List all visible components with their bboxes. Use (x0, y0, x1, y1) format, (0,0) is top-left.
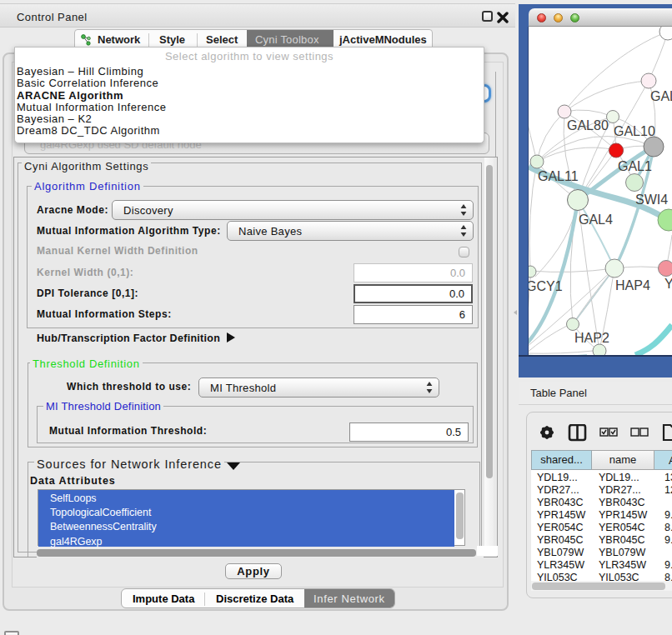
svg-text:Y: Y (664, 277, 672, 291)
svg-text:GAL11: GAL11 (538, 169, 579, 183)
svg-text:GCY1: GCY1 (529, 279, 563, 293)
svg-text:GAL80: GAL80 (567, 118, 609, 132)
svg-text:GAL10: GAL10 (614, 124, 655, 138)
svg-text:SWI4: SWI4 (635, 192, 668, 207)
svg-text:HAP2: HAP2 (574, 331, 609, 345)
svg-text:GAL4: GAL4 (579, 212, 613, 227)
svg-text:GAL: GAL (650, 89, 672, 103)
svg-text:GAL1: GAL1 (618, 159, 652, 173)
svg-text:HAP4: HAP4 (615, 278, 650, 292)
